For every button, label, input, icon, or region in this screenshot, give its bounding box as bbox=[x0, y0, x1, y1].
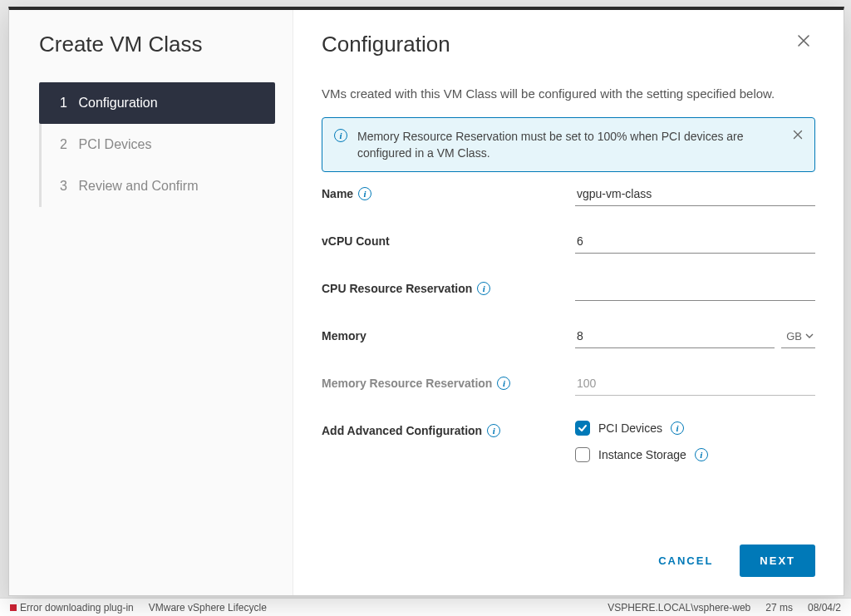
wizard-step-pci-devices[interactable]: 2 PCI Devices bbox=[39, 124, 275, 165]
info-banner-text: Memory Resource Reservation must be set … bbox=[357, 128, 783, 162]
chevron-down-icon bbox=[805, 332, 814, 340]
name-label: Name bbox=[322, 187, 353, 200]
wizard-footer: CANCEL NEXT bbox=[322, 528, 815, 577]
status-item: Error downloading plug-in bbox=[10, 602, 134, 614]
cancel-button[interactable]: CANCEL bbox=[648, 546, 723, 575]
close-icon bbox=[797, 34, 810, 47]
close-icon bbox=[793, 130, 803, 140]
memory-input[interactable] bbox=[575, 326, 775, 348]
instance-storage-label: Instance Storage bbox=[598, 448, 686, 461]
memory-reservation-label: Memory Resource Reservation bbox=[322, 377, 492, 390]
page-description: VMs created with this VM Class will be c… bbox=[322, 85, 787, 104]
memory-unit-select[interactable]: GB bbox=[781, 327, 815, 348]
memory-label: Memory bbox=[322, 329, 366, 342]
memory-unit-value: GB bbox=[786, 330, 802, 342]
close-button[interactable] bbox=[792, 32, 815, 52]
wizard-steps: 1 Configuration 2 PCI Devices 3 Review a… bbox=[39, 82, 278, 207]
status-item: 27 ms bbox=[765, 602, 793, 614]
wizard-step-review-confirm[interactable]: 3 Review and Confirm bbox=[39, 165, 275, 207]
wizard-title: Create VM Class bbox=[39, 32, 278, 57]
info-icon[interactable]: i bbox=[487, 424, 500, 437]
step-number: 2 bbox=[60, 137, 75, 152]
name-input[interactable] bbox=[575, 184, 815, 206]
config-form: Name i vCPU Count CPU Resource Reservati… bbox=[322, 184, 815, 462]
instance-storage-checkbox[interactable] bbox=[575, 447, 590, 462]
advanced-config-label: Add Advanced Configuration bbox=[322, 424, 482, 437]
step-label: PCI Devices bbox=[78, 137, 151, 151]
status-item: VMware vSphere Lifecycle bbox=[149, 602, 267, 614]
vcpu-label: vCPU Count bbox=[322, 234, 390, 248]
vcpu-input[interactable] bbox=[575, 231, 815, 254]
cpu-reservation-input[interactable] bbox=[575, 278, 815, 301]
step-number: 1 bbox=[60, 96, 75, 111]
status-item: VSPHERE.LOCAL\vsphere-web bbox=[608, 602, 750, 614]
info-banner: i Memory Resource Reservation must be se… bbox=[322, 117, 815, 173]
next-button[interactable]: NEXT bbox=[740, 545, 815, 577]
pci-devices-checkbox[interactable] bbox=[575, 421, 590, 436]
step-number: 3 bbox=[60, 179, 75, 194]
pci-devices-label: PCI Devices bbox=[598, 421, 662, 435]
check-icon bbox=[578, 423, 588, 433]
info-icon[interactable]: i bbox=[358, 187, 371, 200]
memory-reservation-input bbox=[575, 373, 815, 396]
info-banner-dismiss[interactable] bbox=[793, 128, 803, 143]
info-icon[interactable]: i bbox=[671, 421, 684, 435]
step-label: Review and Confirm bbox=[78, 179, 198, 193]
info-icon: i bbox=[334, 128, 347, 143]
status-item: 08/04/2 bbox=[808, 602, 841, 614]
info-icon[interactable]: i bbox=[497, 377, 510, 390]
info-icon[interactable]: i bbox=[477, 282, 490, 295]
wizard-step-configuration[interactable]: 1 Configuration bbox=[39, 82, 275, 124]
info-icon[interactable]: i bbox=[695, 448, 708, 461]
wizard-content: Configuration VMs created with this VM C… bbox=[293, 10, 844, 595]
modal-create-vm-class: Create VM Class 1 Configuration 2 PCI De… bbox=[8, 7, 844, 596]
status-bar: Error downloading plug-in VMware vSphere… bbox=[0, 598, 851, 616]
cpu-reservation-label: CPU Resource Reservation bbox=[322, 282, 472, 295]
page-title: Configuration bbox=[322, 32, 792, 57]
wizard-sidebar: Create VM Class 1 Configuration 2 PCI De… bbox=[9, 10, 293, 595]
step-label: Configuration bbox=[78, 96, 157, 110]
